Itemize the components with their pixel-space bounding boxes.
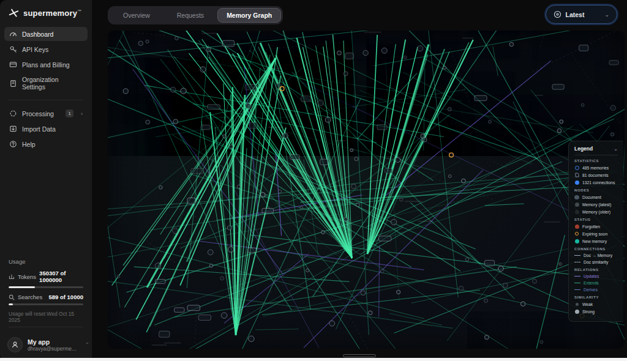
legend-item: 1321 connections <box>574 180 618 185</box>
connections-stat-icon <box>575 180 579 185</box>
sidebar-item-processing[interactable]: Processing 1 › <box>4 106 88 121</box>
supermemory-logo-icon <box>9 8 19 18</box>
legend-section-similarity: SIMILARITY <box>574 295 618 299</box>
trademark: ™ <box>77 9 81 13</box>
sidebar-item-label: Help <box>22 141 36 148</box>
chevron-down-icon: ⌄ <box>604 12 609 18</box>
sidebar-item-plans-billing[interactable]: Plans and Billing <box>4 58 88 72</box>
legend-item: Doc similarity <box>574 260 618 264</box>
view-tabs: Overview Requests Memory Graph <box>108 6 283 24</box>
latest-filter-dropdown[interactable]: Latest ⌄ <box>546 5 617 24</box>
account-name: My app <box>28 338 80 346</box>
chevron-right-icon: › <box>81 111 83 117</box>
legend-item: Extends <box>574 281 618 285</box>
memories-stat-icon <box>575 166 579 170</box>
usage-panel: Usage Tokens 350307 of 1000000 Searches … <box>0 258 92 323</box>
brand: supermemory™ <box>0 0 92 24</box>
processing-count-badge: 1 <box>66 110 73 117</box>
eye-icon <box>554 10 561 18</box>
legend-section-relations: RELATIONS <box>574 268 618 272</box>
secondary-nav: Processing 1 › Import Data Help <box>0 104 92 154</box>
tab-overview[interactable]: Overview <box>110 8 163 23</box>
strong-similarity-icon <box>575 310 579 314</box>
help-icon <box>9 140 17 148</box>
legend-item: Expiring soon <box>574 231 618 236</box>
legend-section-statistics: STATISTICS <box>574 159 618 163</box>
primary-nav: Dashboard API Keys Plans and Billing Org… <box>0 24 92 96</box>
usage-title: Usage <box>9 258 83 265</box>
memory-graph-visualization <box>108 31 625 349</box>
updates-line-icon <box>574 276 580 277</box>
resize-handle[interactable] <box>343 354 376 357</box>
memory-graph-canvas[interactable]: Legend ⌄ STATISTICS 485 memories 81 docu… <box>108 31 625 349</box>
sidebar-item-label: Processing <box>22 110 54 117</box>
legend-item: Document <box>574 195 618 199</box>
legend-item: 485 memories <box>574 165 618 170</box>
sidebar-item-import-data[interactable]: Import Data <box>4 122 88 136</box>
legend-item: New memory <box>574 239 618 243</box>
legend-item: Doc → Memory <box>574 253 618 258</box>
chevron-updown-icon: ⌃ <box>85 342 89 347</box>
sidebar-item-organization-settings[interactable]: Organization Settings <box>4 73 88 94</box>
sidebar-item-dashboard[interactable]: Dashboard <box>4 27 88 41</box>
brand-name: supermemory™ <box>23 9 81 18</box>
account-email: dhravya@supermemory.... <box>28 346 80 352</box>
legend-panel: Legend ⌄ STATISTICS 485 memories 81 docu… <box>568 141 623 322</box>
tab-requests[interactable]: Requests <box>163 8 217 23</box>
sidebar-item-api-keys[interactable]: API Keys <box>4 42 88 56</box>
account-info: My app dhravya@supermemory.... <box>28 338 80 352</box>
document-stat-icon <box>575 173 579 177</box>
doc-similarity-line-icon <box>574 262 580 262</box>
sidebar-divider <box>9 327 83 327</box>
credit-card-icon <box>9 61 17 69</box>
doc-memory-line-icon <box>574 255 580 256</box>
book-icon <box>9 80 17 87</box>
memory-latest-node-icon <box>575 202 579 207</box>
spinner-icon <box>9 110 17 117</box>
searches-usage-row: Searches 589 of 10000 <box>9 294 83 300</box>
sidebar-item-label: Import Data <box>22 125 56 133</box>
gauge-icon <box>9 30 17 38</box>
searches-progress-track <box>9 303 83 305</box>
legend-section-connections: CONNECTIONS <box>574 247 618 251</box>
tokens-progress-fill <box>9 286 35 288</box>
sidebar-item-label: API Keys <box>22 46 48 53</box>
sidebar-item-label: Dashboard <box>22 31 53 38</box>
key-icon <box>9 45 17 53</box>
legend-item: Weak <box>574 302 618 306</box>
expiring-soon-status-icon <box>575 232 579 236</box>
legend-item: Memory (latest) <box>574 202 618 207</box>
tab-memory-graph[interactable]: Memory Graph <box>217 8 281 23</box>
tokens-progress-track <box>9 286 83 288</box>
legend-section-nodes: NODES <box>574 188 618 192</box>
tokens-icon <box>9 273 15 280</box>
memory-older-node-icon <box>575 210 579 214</box>
legend-title: Legend <box>574 146 593 152</box>
legend-item: Forgotten <box>574 224 618 229</box>
avatar <box>7 337 23 352</box>
legend-section-status: STATUS <box>574 218 618 221</box>
document-node-icon <box>574 195 579 199</box>
weak-similarity-icon <box>576 303 579 306</box>
usage-reset-note: Usage will reset Wed Oct 15 2025 <box>9 311 83 323</box>
legend-item: Strong <box>574 309 618 314</box>
legend-item: Derives <box>574 288 618 292</box>
legend-item: 81 documents <box>574 173 618 177</box>
derives-line-icon <box>574 289 580 290</box>
latest-filter-label: Latest <box>566 11 585 18</box>
sidebar: supermemory™ Dashboard API Keys Plans an… <box>0 0 92 361</box>
forgotten-status-icon <box>575 225 579 229</box>
searches-value: 589 of 10000 <box>48 294 83 300</box>
sidebar-item-help[interactable]: Help <box>4 137 88 151</box>
legend-item: Updates <box>574 274 618 278</box>
legend-item: Memory (older) <box>574 209 618 214</box>
tokens-label: Tokens <box>18 273 36 280</box>
sidebar-item-label: Plans and Billing <box>22 61 70 69</box>
new-memory-status-icon <box>575 239 579 243</box>
sidebar-divider <box>9 100 83 100</box>
legend-header[interactable]: Legend ⌄ <box>574 146 618 155</box>
searches-label: Searches <box>18 294 45 300</box>
account-switcher[interactable]: My app dhravya@supermemory.... ⌃ <box>0 331 92 361</box>
sidebar-item-label: Organization Settings <box>22 76 83 91</box>
person-icon <box>11 341 19 349</box>
